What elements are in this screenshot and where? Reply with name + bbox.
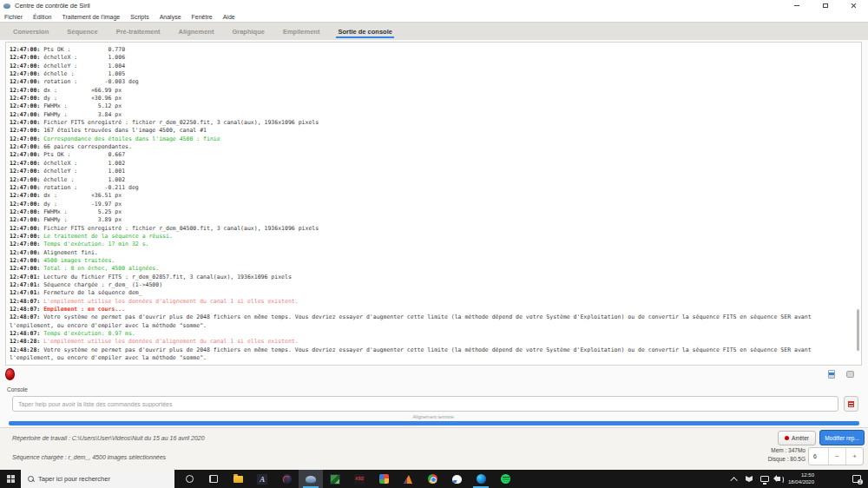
menu-item-fenetre[interactable]: Fenêtre (192, 14, 213, 20)
log-line: 12:47:00: échelleX : 1.006 (10, 54, 854, 62)
status-bar: Répertoire de travail : C:\Users\User\Vi… (0, 427, 868, 470)
taskbar-clock[interactable]: 12:50 18/04/2020 (788, 472, 814, 485)
menu-item-analyse[interactable]: Analyse (160, 14, 181, 20)
log-line: 12:47:00: rotation : -0.003 deg (10, 78, 854, 86)
console-log: 12:47:00: Pts OK : 0.77012:47:00: échell… (6, 43, 861, 365)
menu-item-scripts[interactable]: Scripts (130, 14, 148, 20)
log-line: 12:47:00: dy : +30.96 px (10, 95, 854, 102)
clock-date: 18/04/2020 (788, 479, 814, 486)
log-line: 12:47:00: Correspondance des étoiles dan… (10, 135, 854, 143)
chat-app-icon[interactable] (444, 470, 469, 488)
search-placeholder: Taper ici pour rechercher (38, 475, 110, 483)
console-output-panel[interactable]: 12:47:00: Pts OK : 0.77012:47:00: échell… (5, 42, 862, 366)
menu-item-edition[interactable]: Édition (33, 14, 51, 20)
clear-console-button[interactable] (845, 369, 855, 379)
command-list-button[interactable] (844, 396, 858, 412)
log-line: 12:47:00: Fichier FITS enregistré : fich… (10, 119, 854, 127)
spotify-icon[interactable] (493, 470, 517, 488)
log-line: 12:47:01: Lecture du fichier FITS : r_de… (10, 274, 854, 281)
log-line: 12:47:00: rotation : -0.211 deg (10, 184, 854, 192)
siril-icon[interactable] (299, 470, 323, 488)
monitor-icon[interactable] (760, 476, 769, 482)
taskbar-search[interactable]: Taper ici pour rechercher (21, 470, 174, 488)
log-line: 12:48:28: Votre système ne permet pas d'… (10, 346, 854, 363)
spotify-glyph (501, 474, 510, 484)
progress-label: Alignement terminé. (0, 414, 868, 419)
tab-alignement[interactable]: Alignement (177, 23, 216, 40)
tab-graphique[interactable]: Graphique (230, 23, 266, 40)
file-explorer-icon[interactable] (226, 470, 250, 488)
menu-item-aide[interactable]: Aide (223, 14, 235, 20)
notification-icon: 2 (852, 475, 861, 483)
spinbox-value[interactable]: 6 (809, 448, 828, 465)
thread-spinbox: 6 − + (808, 447, 864, 465)
red-swirl-app-icon[interactable] (274, 470, 299, 488)
edge-icon[interactable] (469, 470, 493, 488)
task-view-icon[interactable] (201, 470, 226, 488)
task-view-glyph (209, 475, 218, 483)
log-line: 12:48:07: Temps d'exécution: 0.97 ms. (10, 330, 854, 338)
cortana-glyph (186, 475, 194, 483)
pinwheel-app-icon[interactable] (372, 470, 396, 488)
chrome-icon[interactable] (420, 470, 444, 488)
file-explorer-glyph (233, 476, 243, 483)
log-line: 12:48:07: Votre système ne permet pas d'… (10, 313, 854, 330)
log-line: 12:47:01: Séquence chargée : r_dem_ (1->… (10, 281, 854, 289)
spinbox-minus-button[interactable]: − (828, 448, 845, 465)
green-tile-app-glyph (330, 474, 340, 485)
red-swirl-app-glyph (282, 474, 292, 484)
progress-area: Alignement terminé. (0, 413, 868, 427)
log-line: 12:48:28: L'empilement utilise les donné… (10, 338, 854, 346)
menu-item-fichier[interactable]: Fichier (4, 14, 23, 20)
tab-sequence[interactable]: Séquence (65, 23, 99, 40)
memory-usage: Mem : 347Mo (740, 446, 806, 455)
siril-window: Centre de contrôle de Siril FichierÉditi… (0, 0, 868, 488)
log-line: 12:48:07: L'empilement utilise les donné… (10, 298, 854, 306)
windows-logo-icon (7, 475, 15, 483)
log-line: 12:47:00: Temps d'exécution: 17 min 32 s… (10, 241, 854, 248)
system-tray: 12:50 18/04/2020 (733, 470, 814, 488)
start-button[interactable] (0, 470, 21, 488)
tab-pre-traitement[interactable]: Pré-traitement (115, 23, 162, 40)
asi-studio-icon[interactable]: ASI2 (347, 470, 372, 488)
export-log-button[interactable] (826, 369, 836, 379)
minimize-button[interactable] (782, 0, 811, 11)
pinwheel-app-glyph (379, 474, 389, 484)
log-line: 12:47:00: 167 étoiles trouvées dans l'im… (10, 127, 854, 135)
speaker-icon[interactable] (777, 477, 780, 481)
red-grid-icon (848, 401, 854, 407)
script-a-app-icon[interactable]: A (250, 470, 274, 488)
stop-button-label: Arrêter (792, 435, 809, 441)
green-tile-app-icon[interactable] (323, 470, 347, 488)
log-line: 12:48:07: Empilement : en cours... (10, 306, 854, 313)
tab-conversion[interactable]: Conversion (11, 23, 50, 40)
cortana-icon[interactable] (177, 470, 201, 488)
log-line: 12:47:00: dx : +36.51 px (10, 192, 854, 200)
log-line: 12:47:00: FWHMx : 5.12 px (10, 102, 854, 110)
chat-app-glyph (452, 475, 462, 484)
maximize-button[interactable] (811, 0, 839, 11)
log-line: 12:47:00: Fichier FITS enregistré : fich… (10, 225, 854, 233)
close-button[interactable] (839, 0, 868, 11)
dropbox-icon[interactable] (746, 476, 753, 482)
log-line: 12:47:00: échelle : 1.005 (10, 70, 854, 78)
tab-empilement[interactable]: Empilement (281, 23, 322, 40)
command-input[interactable] (12, 396, 838, 412)
tab-sortie-console[interactable]: Sortie de console (336, 23, 394, 40)
scrollbar-thumb[interactable] (857, 309, 859, 351)
log-line: 12:47:00: FWHMy : 3.89 px (10, 216, 854, 224)
log-line: 12:47:00: 66 paires correspondantes. (10, 143, 854, 151)
resources-block: Mem : 347Mo Disque : 80.5G (740, 446, 806, 464)
spinbox-plus-button[interactable]: + (845, 448, 863, 465)
log-line: 12:47:00: échelle : 1.002 (10, 176, 854, 184)
stop-button[interactable]: Arrêter (778, 431, 816, 445)
taskbar-app-icons: AASI2 (177, 470, 517, 488)
modify-directory-button[interactable]: Modifier rep... (819, 430, 865, 445)
action-center-button[interactable]: 2 (852, 470, 861, 488)
log-line: 12:47:00: 4500 images traitées. (10, 257, 854, 265)
modify-directory-label: Modifier rep... (825, 435, 859, 441)
menu-item-traitement-image[interactable]: Traitement de l'image (62, 14, 120, 20)
orange-triangle-app-icon[interactable] (396, 470, 420, 488)
console-label: Console (7, 386, 28, 392)
log-line: 12:47:01: Fermeture de la séquence dem_ (10, 289, 854, 297)
